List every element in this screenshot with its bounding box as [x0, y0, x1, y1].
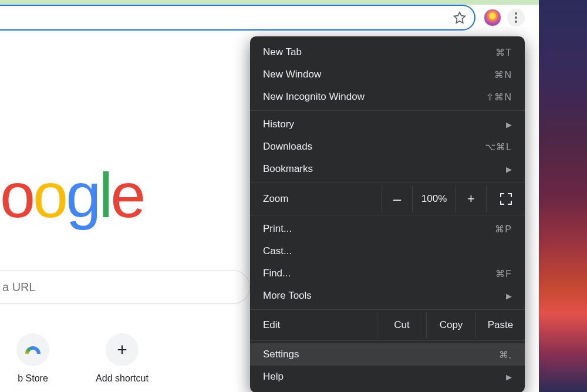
edit-label: Edit [250, 312, 377, 338]
menu-print[interactable]: Print... ⌘P [250, 218, 525, 240]
web-store-icon [16, 333, 49, 366]
plus-icon: + [106, 333, 139, 366]
menu-find[interactable]: Find... ⌘F [250, 262, 525, 285]
menu-separator [250, 340, 525, 341]
submenu-arrow-icon: ▶ [506, 120, 512, 129]
menu-separator [250, 215, 525, 215]
menu-separator [250, 309, 525, 310]
edit-cut-button[interactable]: Cut [377, 312, 426, 338]
edit-copy-button[interactable]: Copy [426, 312, 475, 338]
menu-bookmarks[interactable]: Bookmarks ▶ [250, 158, 525, 180]
zoom-out-button[interactable]: – [382, 185, 412, 212]
shortcut-web-store[interactable]: b Store [0, 333, 66, 384]
menu-more-tools[interactable]: More Tools ▶ [250, 285, 525, 307]
shortcut-add[interactable]: + Add shortcut [89, 333, 155, 384]
zoom-level: 100% [412, 185, 456, 212]
search-placeholder-text: a URL [2, 281, 36, 294]
shortcut-label: b Store [18, 373, 48, 384]
kebab-icon [515, 12, 517, 23]
profile-avatar[interactable] [484, 9, 501, 26]
menu-new-window[interactable]: New Window ⌘N [250, 63, 525, 86]
address-bar[interactable] [0, 5, 475, 31]
menu-cast[interactable]: Cast... [250, 240, 525, 262]
edit-paste-button[interactable]: Paste [475, 312, 525, 338]
menu-incognito[interactable]: New Incognito Window ⇧⌘N [250, 86, 525, 108]
menu-separator [250, 183, 525, 183]
submenu-arrow-icon: ▶ [506, 292, 512, 300]
menu-edit: Edit Cut Copy Paste [250, 312, 525, 338]
submenu-arrow-icon: ▶ [506, 165, 512, 174]
google-logo: oogle [0, 158, 143, 232]
menu-new-tab[interactable]: New Tab ⌘T [250, 41, 525, 63]
bookmarks-bar-bg [0, 0, 539, 5]
search-input[interactable]: a URL [0, 270, 250, 304]
main-menu-dropdown: New Tab ⌘T New Window ⌘N New Incognito W… [250, 36, 525, 392]
shortcut-label: Add shortcut [96, 373, 149, 384]
menu-zoom: Zoom – 100% + [250, 185, 525, 212]
zoom-label: Zoom [250, 185, 382, 212]
menu-settings[interactable]: Settings ⌘, [250, 343, 525, 366]
fullscreen-icon [500, 193, 512, 205]
menu-separator [250, 110, 525, 111]
zoom-in-button[interactable]: + [456, 185, 486, 212]
main-menu-button[interactable] [507, 9, 525, 26]
bookmark-star-icon[interactable] [453, 11, 466, 24]
menu-downloads[interactable]: Downloads ⌥⌘L [250, 136, 525, 158]
desktop-wallpaper [539, 0, 587, 392]
submenu-arrow-icon: ▶ [506, 373, 512, 381]
fullscreen-button[interactable] [486, 185, 525, 212]
menu-help[interactable]: Help ▶ [250, 366, 525, 388]
menu-history[interactable]: History ▶ [250, 113, 525, 136]
